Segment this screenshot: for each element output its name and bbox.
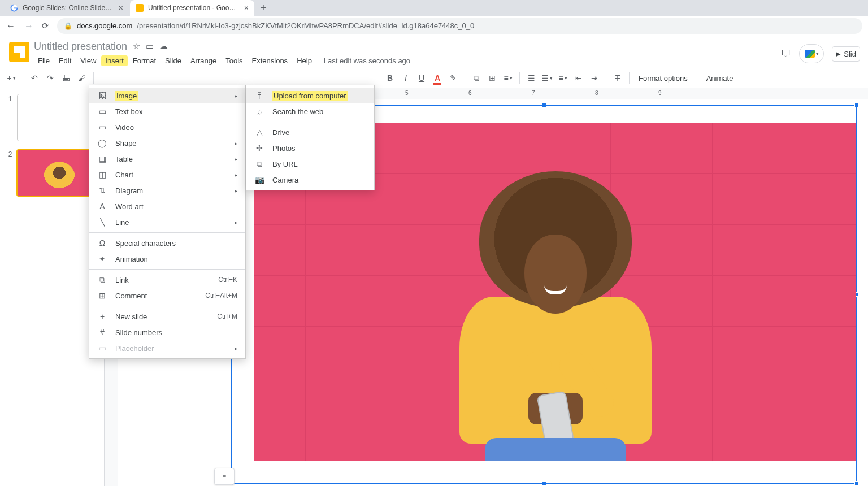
menu-bar: FileEditViewInsertFormatSlideArrangeTool… [34,53,781,68]
app-header: Untitled presentation ☆ ▭ ☁ FileEditView… [0,36,868,68]
move-icon[interactable]: ▭ [146,41,154,51]
link-button[interactable]: ⧉ [470,71,483,85]
document-title[interactable]: Untitled presentation [34,41,127,53]
clear-formatting-button[interactable]: T [611,71,624,85]
image-upload-from-computer[interactable]: ⭱Upload from computer [246,88,374,103]
align-button[interactable]: ≡ [501,71,515,85]
image-camera[interactable]: 📷Camera [246,172,374,188]
menu-item-label: Image [115,92,227,100]
submenu-arrow-icon: ▸ [235,156,237,162]
video-icon: ▭ [97,123,107,132]
new-tab-button[interactable]: + [255,2,271,14]
menu-help[interactable]: Help [293,55,316,66]
menu-edit[interactable]: Edit [55,55,75,66]
insert-video[interactable]: ▭Video [89,119,245,135]
menu-item-label: Camera [272,176,298,184]
tab-title: Google Slides: Online Slideshow [23,4,114,12]
text-color-button[interactable]: A [431,71,444,85]
menu-tools[interactable]: Tools [222,55,246,66]
browser-tab-2[interactable]: Untitled presentation - Google S × [130,0,254,16]
paint-format-button[interactable]: 🖌 [75,71,89,85]
reload-button[interactable]: ⟳ [42,21,49,31]
close-icon[interactable]: × [244,3,249,12]
url-input[interactable]: 🔒 docs.google.com/presentation/d/1RNrMki… [57,18,862,34]
slide-thumbnail-1[interactable] [17,94,98,141]
menu-item-label: Video [115,123,237,132]
close-icon[interactable]: × [119,3,123,12]
insert-comment[interactable]: ⊞CommentCtrl+Alt+M [89,288,245,303]
comment-button[interactable]: ⊞ [485,71,499,85]
insert-link[interactable]: ⧉LinkCtrl+K [89,272,245,288]
insert-word-art[interactable]: AWord art [89,198,245,214]
highlight-button[interactable]: ✎ [446,71,460,85]
resize-handle[interactable] [542,103,546,107]
insert-new-slide[interactable]: +New slideCtrl+M [89,309,245,324]
undo-button[interactable]: ↶ [28,71,41,85]
animate-button[interactable]: Animate [702,74,738,83]
present-button[interactable]: ▶ Slid [832,46,860,62]
placeholder-icon: ▭ [97,344,107,353]
image-photos[interactable]: ✢Photos [246,140,374,156]
bulleted-list-button[interactable]: ☰ [540,71,554,85]
insert-special-characters[interactable]: ΩSpecial characters [89,235,245,251]
drive-icon: △ [254,128,264,137]
lock-icon: 🔒 [64,22,72,30]
menu-item-label: Search the web [272,107,323,116]
menu-slide[interactable]: Slide [161,55,185,66]
image-search-the-web[interactable]: ⌕Search the web [246,103,374,119]
menu-item-label: Text box [115,107,237,116]
search-the-web-icon: ⌕ [254,107,264,116]
menu-item-label: Drive [272,128,289,137]
meet-button[interactable]: ▾ [799,44,824,63]
star-icon[interactable]: ☆ [133,41,140,51]
insert-chart[interactable]: ◫Chart▸ [89,167,245,183]
comments-icon[interactable]: 🗨 [781,48,791,60]
menu-item-label: New slide [115,313,209,321]
insert-diagram[interactable]: ⇅Diagram▸ [89,183,245,198]
menu-insert[interactable]: Insert [101,55,128,66]
menu-file[interactable]: File [34,55,54,66]
print-button[interactable]: 🖶 [59,71,73,85]
resize-handle[interactable] [854,481,859,486]
resize-handle[interactable] [542,481,546,486]
insert-table[interactable]: ▦Table▸ [89,151,245,167]
menu-format[interactable]: Format [129,55,160,66]
slide-thumbnail-2[interactable] [16,149,97,197]
diagram-icon: ⇅ [97,186,107,195]
nav-forward-button[interactable]: → [24,21,34,31]
image-drive[interactable]: △Drive [246,124,374,140]
insert-text-box[interactable]: ▭Text box [89,103,245,119]
ruler-mark: 8 [595,90,598,96]
image-by-url[interactable]: ⧉By URL [246,156,374,172]
cloud-status-icon[interactable]: ☁ [159,41,168,51]
slides-logo-icon[interactable] [9,42,29,62]
numbered-list-button[interactable]: ☰ [524,71,538,85]
insert-animation[interactable]: ✦Animation [89,251,245,267]
special-characters-icon: Ω [97,238,107,248]
new-slide-button[interactable]: + [5,71,18,85]
menu-shortcut: Ctrl+Alt+M [205,292,237,300]
chevron-down-icon: ▾ [816,51,819,57]
resize-handle[interactable] [854,103,859,107]
italic-button[interactable]: I [399,71,413,85]
menu-arrange[interactable]: Arrange [186,55,220,66]
nav-back-button[interactable]: ← [6,21,16,31]
bold-button[interactable]: B [383,71,397,85]
insert-line[interactable]: ╲Line▸ [89,214,245,230]
insert-image[interactable]: 🖼Image▸ [89,88,245,103]
underline-button[interactable]: U [415,71,428,85]
line-spacing-button[interactable]: ≡ [556,71,570,85]
indent-button[interactable]: ⇥ [588,71,601,85]
format-options-button[interactable]: Format options [634,74,692,83]
dedent-button[interactable]: ⇤ [572,71,585,85]
menu-view[interactable]: View [76,55,100,66]
speaker-notes-toggle[interactable]: ≡ [214,468,235,485]
submenu-arrow-icon: ▸ [235,219,237,225]
browser-tab-1[interactable]: Google Slides: Online Slideshow × [5,0,129,16]
menu-extensions[interactable]: Extensions [248,55,292,66]
redo-button[interactable]: ↷ [44,71,57,85]
insert-slide-numbers[interactable]: #Slide numbers [89,324,245,340]
comment-icon: ⊞ [97,291,107,300]
insert-shape[interactable]: ◯Shape▸ [89,135,245,151]
last-edit-link[interactable]: Last edit was seconds ago [324,57,410,65]
